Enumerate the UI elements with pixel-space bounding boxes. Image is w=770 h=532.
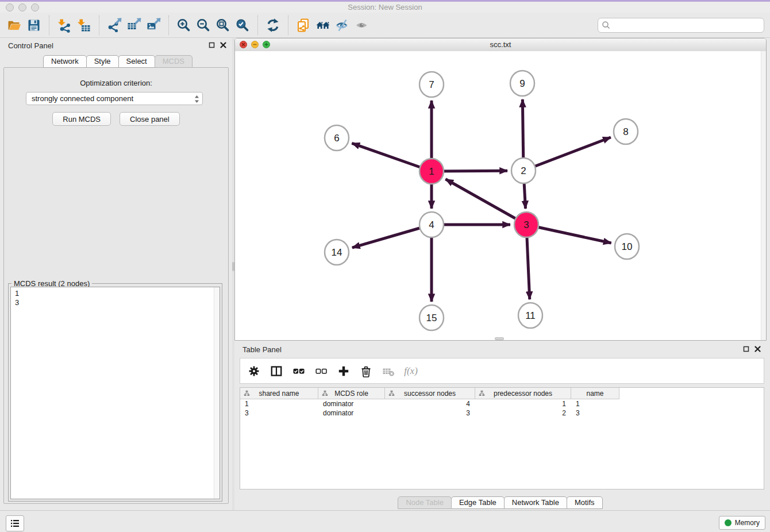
hide-selected-icon[interactable] [334, 17, 351, 34]
window-title: Session: New Session [0, 2, 770, 13]
graph-node-4[interactable]: 4 [419, 212, 444, 237]
table-cell[interactable]: 3 [385, 408, 475, 418]
table-cell[interactable]: 1 [571, 399, 619, 408]
table-cell[interactable]: 2 [475, 408, 571, 418]
search-box[interactable] [598, 18, 764, 33]
tab-style[interactable]: Style [86, 55, 119, 68]
table-cell[interactable]: dominator [318, 408, 385, 418]
table-cell[interactable]: 3 [571, 408, 619, 418]
table-settings-icon[interactable] [247, 365, 261, 377]
zoom-out-icon[interactable] [195, 17, 212, 34]
table-cell[interactable]: 1 [475, 399, 571, 408]
mcds-result-area[interactable]: 1 3 [10, 287, 220, 499]
graph-node-10[interactable]: 10 [615, 234, 639, 259]
graph-edge-3-10[interactable] [526, 225, 611, 243]
zoom-selected-icon[interactable] [234, 17, 251, 34]
graph-node-1[interactable]: 1 [419, 159, 444, 184]
run-mcds-button[interactable]: Run MCDS [52, 112, 111, 126]
svg-text:3: 3 [523, 219, 529, 230]
table-cell[interactable]: dominator [318, 399, 385, 408]
toolbar-separator [49, 16, 49, 35]
close-panel-button[interactable]: Close panel [120, 112, 180, 126]
svg-text:11: 11 [525, 310, 536, 321]
network-window-titlebar[interactable]: scc.txt [235, 38, 766, 52]
graph-edge-3-1[interactable] [445, 179, 526, 225]
table-row[interactable]: 3dominator323 [240, 408, 764, 418]
tab-network-table[interactable]: Network Table [504, 496, 567, 509]
save-session-icon[interactable] [25, 17, 43, 34]
tab-mcds[interactable]: MCDS [155, 55, 192, 68]
column-header-successor-nodes[interactable]: successor nodes [385, 388, 475, 399]
refresh-icon[interactable] [264, 17, 282, 34]
column-header-MCDS-role[interactable]: MCDS role [318, 388, 385, 399]
window-minimize-icon[interactable] [18, 3, 26, 11]
node-table: shared nameMCDS rolesuccessor nodesprede… [240, 387, 764, 489]
result-scrollbar[interactable] [214, 287, 220, 499]
column-header-name[interactable]: name [571, 388, 619, 399]
deselect-all-columns-icon[interactable] [314, 365, 328, 377]
zoom-fit-icon[interactable] [214, 17, 232, 34]
zoom-in-icon[interactable] [175, 17, 192, 34]
column-header-predecessor-nodes[interactable]: predecessor nodes [475, 388, 571, 399]
graph-node-15[interactable]: 15 [419, 305, 444, 330]
tab-motifs[interactable]: Motifs [567, 496, 603, 509]
graph-node-9[interactable]: 9 [510, 71, 534, 96]
graph-node-3[interactable]: 3 [514, 212, 538, 237]
table-cell[interactable]: 4 [385, 399, 475, 408]
tab-node-table[interactable]: Node Table [398, 496, 452, 509]
delete-column-icon[interactable] [359, 365, 373, 377]
table-cell[interactable]: 3 [240, 408, 318, 418]
graph-node-14[interactable]: 14 [325, 240, 349, 265]
add-column-icon[interactable] [337, 365, 351, 377]
mcds-panel: Optimization criterion: strongly connect… [3, 67, 229, 504]
network-zoom-icon[interactable] [263, 41, 270, 48]
toolbar-separator [168, 16, 169, 35]
import-table-icon[interactable] [75, 17, 93, 34]
float-table-panel-icon[interactable] [743, 346, 749, 352]
graph-node-8[interactable]: 8 [614, 119, 638, 144]
table-cell[interactable]: 1 [240, 399, 318, 408]
header-filler [619, 388, 764, 399]
close-table-panel-icon[interactable] [754, 346, 761, 352]
select-all-columns-icon[interactable] [292, 365, 306, 377]
network-graph: 1234678910111415 [235, 51, 761, 341]
function-builder-icon: f(x) [404, 365, 418, 377]
graph-node-7[interactable]: 7 [419, 72, 444, 97]
new-network-from-selection-icon[interactable] [295, 17, 312, 34]
column-header-shared-name[interactable]: shared name [240, 388, 318, 399]
export-network-icon[interactable] [106, 17, 123, 34]
graph-node-11[interactable]: 11 [518, 303, 542, 328]
table-body: 1dominator4113dominator323 [240, 399, 764, 418]
graph-node-2[interactable]: 2 [511, 158, 536, 183]
float-panel-icon[interactable] [209, 42, 215, 48]
status-bar: Memory [0, 510, 770, 532]
task-history-icon [10, 518, 20, 529]
import-network-icon[interactable] [56, 17, 73, 34]
network-canvas[interactable]: 1234678910111415 [235, 51, 766, 340]
window-titlebar: Session: New Session [0, 2, 770, 13]
memory-button[interactable]: Memory [719, 516, 765, 530]
tab-network[interactable]: Network [43, 55, 87, 68]
network-scrollbar[interactable] [761, 51, 766, 340]
table-row[interactable]: 1dominator411 [240, 399, 764, 408]
task-history-button[interactable] [6, 515, 24, 531]
toggle-column-panel-icon[interactable] [270, 365, 283, 377]
network-close-icon[interactable] [240, 41, 247, 48]
open-file-icon[interactable] [6, 17, 23, 34]
close-panel-icon[interactable] [220, 42, 226, 48]
tab-edge-table[interactable]: Edge Table [451, 496, 505, 509]
search-input[interactable] [611, 19, 764, 32]
svg-text:6: 6 [334, 133, 339, 144]
network-minimize-icon[interactable] [251, 41, 259, 48]
graph-node-6[interactable]: 6 [325, 125, 349, 151]
criterion-dropdown[interactable]: strongly connected component [26, 92, 203, 105]
graph-edge-2-8[interactable] [523, 137, 611, 171]
window-close-icon[interactable] [6, 3, 14, 11]
export-image-icon[interactable] [145, 17, 162, 34]
network-resize-grip[interactable] [495, 337, 504, 340]
window-zoom-icon[interactable] [31, 3, 39, 11]
criterion-value: strongly connected component [32, 94, 133, 103]
export-table-icon[interactable] [125, 17, 143, 34]
first-neighbors-icon[interactable] [314, 17, 332, 34]
tab-select[interactable]: Select [118, 55, 155, 68]
